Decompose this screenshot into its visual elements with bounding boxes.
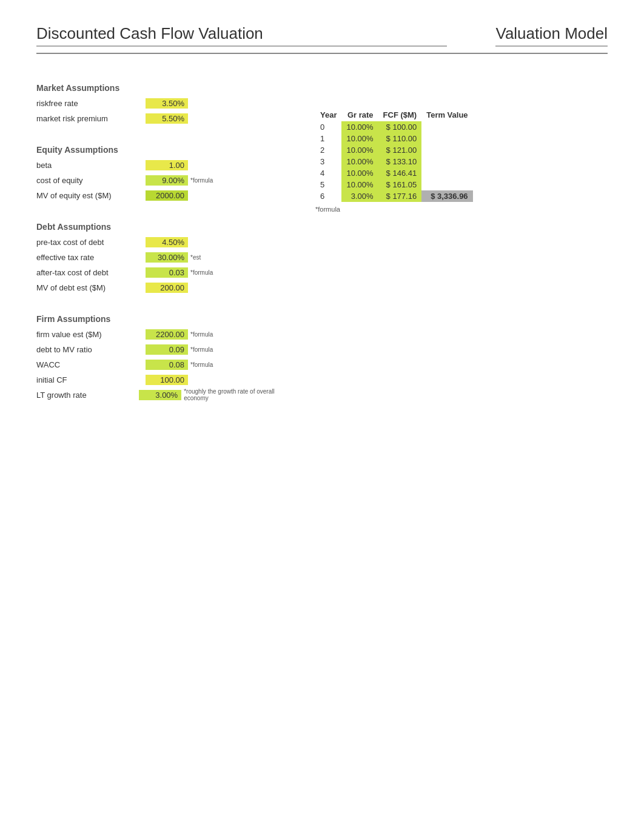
- pretax-debt-row: pre-tax cost of debt 4.50%: [36, 235, 291, 249]
- lt-growth-note: *roughly the growth rate of overall econ…: [184, 388, 291, 401]
- table-row: 210.00%$ 121.00: [315, 144, 473, 156]
- lt-growth-label: LT growth rate: [36, 391, 139, 400]
- cell-fcf: $ 133.10: [378, 156, 422, 167]
- market-risk-label: market risk premium: [36, 114, 146, 123]
- table-row: 510.00%$ 161.05: [315, 179, 473, 190]
- cost-of-equity-note: *formula: [190, 177, 213, 184]
- debt-mv-value: 0.09: [146, 344, 188, 355]
- debt-mv-value-container: 0.09 *formula: [146, 344, 213, 355]
- wacc-row: WACC 0.08 *formula: [36, 358, 291, 371]
- mv-debt-row: MV of debt est ($M) 200.00: [36, 281, 291, 294]
- initial-cf-value: 100.00: [146, 375, 188, 385]
- tax-rate-value-container: 30.00% *est: [146, 252, 201, 263]
- cell-fcf: $ 110.00: [378, 133, 422, 144]
- cell-gr-rate: 10.00%: [341, 133, 378, 144]
- main-layout: Market Assumptions riskfree rate 3.50% m…: [36, 72, 608, 403]
- col-term-value: Term Value: [421, 109, 472, 121]
- equity-assumptions-header: Equity Assumptions: [36, 145, 291, 155]
- cell-gr-rate: 10.00%: [341, 179, 378, 190]
- mv-equity-value-container: 2000.00: [146, 190, 188, 201]
- debt-assumptions-header: Debt Assumptions: [36, 222, 291, 232]
- tax-rate-note: *est: [190, 254, 201, 261]
- aftertax-debt-row: after-tax cost of debt 0.03 *formula: [36, 266, 291, 279]
- cell-year: 2: [315, 144, 341, 156]
- initial-cf-value-container: 100.00: [146, 375, 188, 385]
- market-risk-value-container: 5.50%: [146, 113, 188, 124]
- cost-of-equity-value-container: 9.00% *formula: [146, 175, 213, 186]
- tax-rate-row: effective tax rate 30.00% *est: [36, 250, 291, 264]
- mv-debt-label: MV of debt est ($M): [36, 283, 146, 292]
- cell-year: 5: [315, 179, 341, 190]
- cell-fcf: $ 177.16: [378, 190, 422, 202]
- cell-year: 1: [315, 133, 341, 144]
- riskfree-value: 3.50%: [146, 98, 188, 109]
- mv-equity-label: MV of equity est ($M): [36, 191, 146, 200]
- pretax-debt-value-container: 4.50%: [146, 237, 188, 247]
- cell-year: 4: [315, 167, 341, 179]
- market-risk-row: market risk premium 5.50%: [36, 112, 291, 125]
- aftertax-debt-value-container: 0.03 *formula: [146, 267, 213, 278]
- cell-fcf: $ 100.00: [378, 121, 422, 133]
- debt-mv-note: *formula: [190, 346, 213, 353]
- mv-debt-value: 200.00: [146, 283, 188, 293]
- tax-rate-label: effective tax rate: [36, 253, 146, 262]
- col-fcf: FCF ($M): [378, 109, 422, 121]
- wacc-label: WACC: [36, 360, 146, 369]
- cell-term-value: $ 3,336.96: [421, 190, 472, 202]
- market-risk-value: 5.50%: [146, 113, 188, 124]
- pretax-debt-label: pre-tax cost of debt: [36, 238, 146, 247]
- page-title: Discounted Cash Flow Valuation: [36, 24, 447, 47]
- cell-term-value: [421, 121, 472, 133]
- debt-mv-label: debt to MV ratio: [36, 345, 146, 354]
- firm-value-value-container: 2200.00 *formula: [146, 329, 213, 340]
- cost-of-equity-label: cost of equity: [36, 176, 146, 185]
- cost-of-equity-value: 9.00%: [146, 175, 188, 186]
- cell-year: 0: [315, 121, 341, 133]
- aftertax-debt-label: after-tax cost of debt: [36, 268, 146, 277]
- lt-growth-value: 3.00%: [139, 390, 181, 400]
- mv-equity-value: 2000.00: [146, 190, 188, 201]
- firm-value-value: 2200.00: [146, 329, 188, 340]
- debt-mv-row: debt to MV ratio 0.09 *formula: [36, 343, 291, 356]
- table-row: 310.00%$ 133.10: [315, 156, 473, 167]
- table-row: 110.00%$ 110.00: [315, 133, 473, 144]
- firm-assumptions-header: Firm Assumptions: [36, 314, 291, 324]
- page-header: Discounted Cash Flow Valuation Valuation…: [36, 24, 608, 54]
- mv-equity-row: MV of equity est ($M) 2000.00: [36, 189, 291, 202]
- wacc-note: *formula: [190, 361, 213, 368]
- beta-value-container: 1.00: [146, 160, 188, 170]
- valuation-table: Year Gr rate FCF ($M) Term Value 010.00%…: [315, 109, 473, 202]
- beta-label: beta: [36, 161, 146, 170]
- cell-fcf: $ 146.41: [378, 167, 422, 179]
- cell-fcf: $ 121.00: [378, 144, 422, 156]
- cost-of-equity-row: cost of equity 9.00% *formula: [36, 173, 291, 187]
- cell-gr-rate: 10.00%: [341, 144, 378, 156]
- market-assumptions-header: Market Assumptions: [36, 83, 291, 93]
- lt-growth-value-container: 3.00% *roughly the growth rate of overal…: [139, 388, 291, 401]
- cell-term-value: [421, 156, 472, 167]
- firm-value-row: firm value est ($M) 2200.00 *formula: [36, 327, 291, 341]
- left-panel: Market Assumptions riskfree rate 3.50% m…: [36, 72, 291, 403]
- cell-gr-rate: 3.00%: [341, 190, 378, 202]
- firm-value-note: *formula: [190, 331, 213, 338]
- firm-value-label: firm value est ($M): [36, 330, 146, 339]
- pretax-debt-value: 4.50%: [146, 237, 188, 247]
- riskfree-row: riskfree rate 3.50%: [36, 96, 291, 110]
- initial-cf-row: initial CF 100.00: [36, 373, 291, 386]
- initial-cf-label: initial CF: [36, 375, 146, 384]
- beta-value: 1.00: [146, 160, 188, 170]
- right-panel: Year Gr rate FCF ($M) Term Value 010.00%…: [315, 72, 608, 403]
- table-row: 410.00%$ 146.41: [315, 167, 473, 179]
- table-row: 63.00%$ 177.16$ 3,336.96: [315, 190, 473, 202]
- wacc-value-container: 0.08 *formula: [146, 360, 213, 370]
- tax-rate-value: 30.00%: [146, 252, 188, 263]
- cell-term-value: [421, 179, 472, 190]
- table-row: 010.00%$ 100.00: [315, 121, 473, 133]
- lt-growth-row: LT growth rate 3.00% *roughly the growth…: [36, 388, 291, 401]
- aftertax-debt-value: 0.03: [146, 267, 188, 278]
- cell-term-value: [421, 167, 472, 179]
- col-gr-rate: Gr rate: [341, 109, 378, 121]
- wacc-value: 0.08: [146, 360, 188, 370]
- cell-term-value: [421, 144, 472, 156]
- riskfree-label: riskfree rate: [36, 99, 146, 108]
